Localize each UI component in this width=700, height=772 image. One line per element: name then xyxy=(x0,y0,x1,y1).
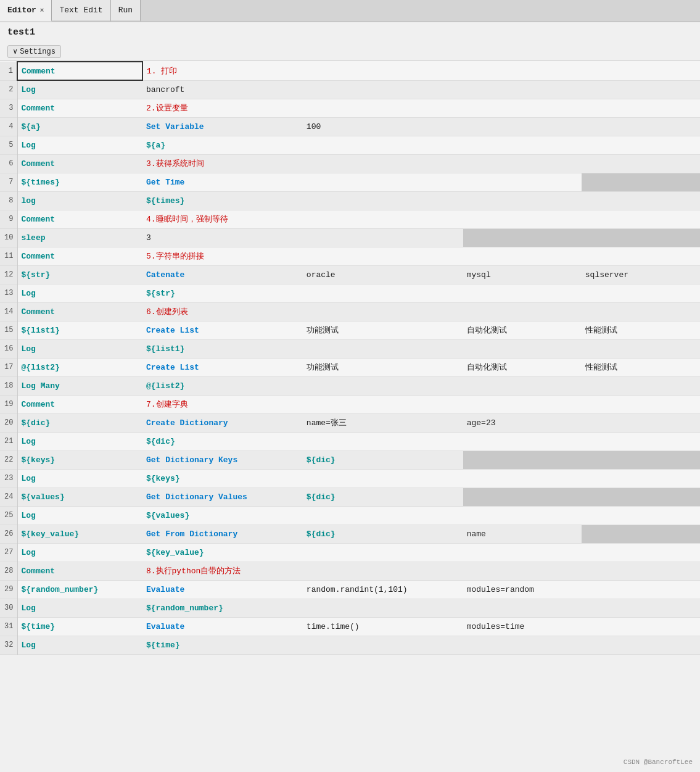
settings-button[interactable]: ∨ Settings xyxy=(7,45,61,58)
col-keyword[interactable]: Comment xyxy=(17,210,142,228)
col-arg3[interactable] xyxy=(582,228,700,247)
col-arg2[interactable] xyxy=(463,154,582,173)
col-arg3[interactable] xyxy=(582,562,700,580)
col-arg3[interactable] xyxy=(582,432,700,450)
col-keyword[interactable]: Comment xyxy=(17,99,142,117)
col-arg3[interactable] xyxy=(582,469,700,488)
col-keyword[interactable]: Comment xyxy=(17,395,142,413)
col-arg2[interactable]: name xyxy=(463,525,582,543)
col-command[interactable]: Set Variable xyxy=(142,117,303,136)
col-arg1[interactable] xyxy=(303,99,463,117)
col-keyword[interactable]: Comment xyxy=(17,302,142,321)
col-arg2[interactable]: mysql xyxy=(463,265,582,284)
col-command[interactable]: Get Dictionary Keys xyxy=(142,450,303,469)
col-arg2[interactable] xyxy=(463,432,582,450)
col-arg3[interactable] xyxy=(582,154,700,173)
col-arg2[interactable] xyxy=(463,636,582,654)
col-arg3[interactable] xyxy=(582,191,700,210)
col-arg3[interactable] xyxy=(582,80,700,99)
col-arg2[interactable] xyxy=(463,228,582,247)
col-arg1[interactable] xyxy=(303,339,463,358)
col-command[interactable]: Evaluate xyxy=(142,580,303,599)
col-arg1[interactable] xyxy=(303,636,463,654)
col-keyword[interactable]: Comment xyxy=(17,62,142,80)
col-keyword[interactable]: ${keys} xyxy=(17,450,142,469)
col-keyword[interactable]: ${a} xyxy=(17,117,142,136)
col-arg3[interactable] xyxy=(582,117,700,136)
col-arg2[interactable]: 自动化测试 xyxy=(463,321,582,339)
col-arg3[interactable] xyxy=(582,525,700,543)
col-keyword[interactable]: Comment xyxy=(17,247,142,265)
col-arg3[interactable] xyxy=(582,395,700,413)
col-command[interactable]: 3.获得系统时间 xyxy=(142,154,303,173)
col-arg1[interactable] xyxy=(303,228,463,247)
col-arg2[interactable] xyxy=(463,117,582,136)
col-arg3[interactable] xyxy=(582,450,700,469)
col-arg1[interactable] xyxy=(303,210,463,228)
col-command[interactable]: 4.睡眠时间，强制等待 xyxy=(142,210,303,228)
col-arg2[interactable] xyxy=(463,173,582,191)
col-arg3[interactable] xyxy=(582,617,700,636)
col-keyword[interactable]: Log xyxy=(17,80,142,99)
col-command[interactable]: Create List xyxy=(142,358,303,376)
col-arg1[interactable] xyxy=(303,432,463,450)
col-arg2[interactable] xyxy=(463,506,582,525)
col-arg2[interactable] xyxy=(463,469,582,488)
tab-run[interactable]: Run xyxy=(111,0,141,22)
col-command[interactable]: Get From Dictionary xyxy=(142,525,303,543)
col-arg2[interactable] xyxy=(463,302,582,321)
col-command[interactable]: 5.字符串的拼接 xyxy=(142,247,303,265)
tab-editor[interactable]: Editor × xyxy=(0,0,52,22)
col-arg1[interactable] xyxy=(303,562,463,580)
col-command[interactable]: bancroft xyxy=(142,80,303,99)
col-keyword[interactable]: Comment xyxy=(17,562,142,580)
col-arg1[interactable] xyxy=(303,506,463,525)
col-command[interactable]: ${list1} xyxy=(142,339,303,358)
col-arg1[interactable] xyxy=(303,543,463,562)
col-arg3[interactable] xyxy=(582,599,700,617)
col-arg1[interactable] xyxy=(303,395,463,413)
col-arg1[interactable] xyxy=(303,173,463,191)
col-arg1[interactable] xyxy=(303,80,463,99)
col-arg3[interactable] xyxy=(582,376,700,395)
col-command[interactable]: ${time} xyxy=(142,636,303,654)
col-arg3[interactable] xyxy=(582,136,700,154)
col-arg1[interactable] xyxy=(303,376,463,395)
col-arg2[interactable] xyxy=(463,599,582,617)
col-keyword[interactable]: ${list1} xyxy=(17,321,142,339)
col-arg3[interactable]: 性能测试 xyxy=(582,321,700,339)
col-command[interactable]: Get Time xyxy=(142,173,303,191)
col-arg1[interactable] xyxy=(303,302,463,321)
col-keyword[interactable]: Log xyxy=(17,599,142,617)
col-command[interactable]: ${times} xyxy=(142,191,303,210)
col-arg2[interactable] xyxy=(463,284,582,302)
col-arg2[interactable] xyxy=(463,136,582,154)
col-keyword[interactable]: Log xyxy=(17,506,142,525)
col-command[interactable]: ${keys} xyxy=(142,469,303,488)
col-arg1[interactable]: ${dic} xyxy=(303,525,463,543)
col-arg2[interactable] xyxy=(463,488,582,506)
col-keyword[interactable]: Log xyxy=(17,543,142,562)
col-command[interactable]: 8.执行python自带的方法 xyxy=(142,562,303,580)
col-keyword[interactable]: Log xyxy=(17,136,142,154)
col-command[interactable]: Evaluate xyxy=(142,617,303,636)
col-arg1[interactable]: ${dic} xyxy=(303,488,463,506)
col-arg3[interactable]: 性能测试 xyxy=(582,358,700,376)
col-arg2[interactable] xyxy=(463,80,582,99)
col-arg1[interactable]: time.time() xyxy=(303,617,463,636)
col-arg1[interactable]: 100 xyxy=(303,117,463,136)
col-arg1[interactable] xyxy=(303,62,463,80)
col-arg2[interactable]: modules=time xyxy=(463,617,582,636)
col-arg1[interactable]: oracle xyxy=(303,265,463,284)
col-arg3[interactable]: sqlserver xyxy=(582,265,700,284)
col-keyword[interactable]: Log xyxy=(17,636,142,654)
col-arg1[interactable] xyxy=(303,599,463,617)
col-command[interactable]: ${key_value} xyxy=(142,543,303,562)
col-arg1[interactable]: random.randint(1,101) xyxy=(303,580,463,599)
col-command[interactable]: 7.创建字典 xyxy=(142,395,303,413)
col-command[interactable]: ${str} xyxy=(142,284,303,302)
col-arg3[interactable] xyxy=(582,543,700,562)
col-command[interactable]: ${random_number} xyxy=(142,599,303,617)
col-command[interactable]: Catenate xyxy=(142,265,303,284)
col-keyword[interactable]: ${key_value} xyxy=(17,525,142,543)
